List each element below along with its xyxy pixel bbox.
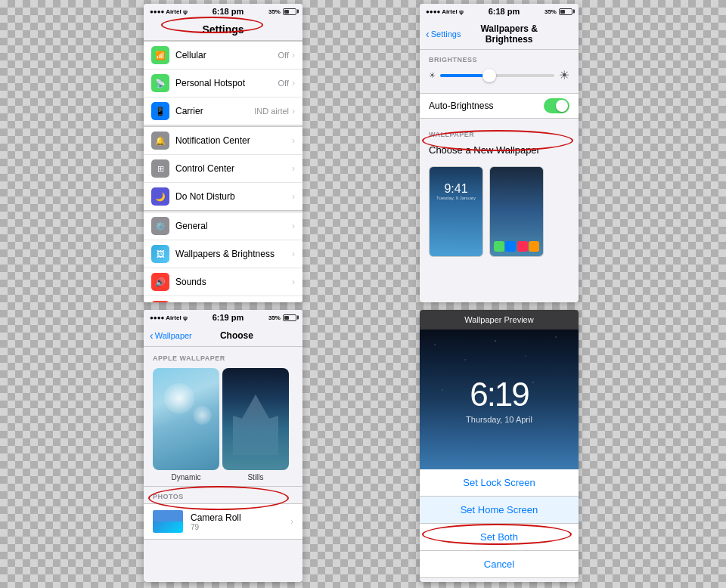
settings-title-text: Settings — [202, 23, 244, 36]
cancel-label: Cancel — [484, 559, 514, 570]
general-icon: ⚙️ — [151, 217, 169, 235]
chevron-control: › — [292, 163, 295, 174]
status-bar-3: ●●●● Airtel ψ 6:19 pm 35% — [144, 310, 302, 325]
wallpaper-icon: 🖼 — [151, 245, 169, 263]
battery-icon-3 — [283, 314, 296, 321]
wallpaper-previews: 9:41 Tuesday, 9 January — [420, 160, 579, 263]
wallpaper-choose-screen: ●●●● Airtel ψ 6:19 pm 35% ‹ Wallpaper Ch… — [144, 310, 302, 582]
lock-screen-preview[interactable]: 9:41 Tuesday, 9 January — [429, 166, 483, 257]
sounds-row[interactable]: 🔊 Sounds › — [144, 268, 302, 296]
camera-roll-info: Camera Roll 79 — [191, 512, 290, 531]
back-chevron-2: ‹ — [150, 330, 154, 342]
auto-brightness-label: Auto-Brightness — [429, 101, 544, 111]
stills-cell[interactable]: Stills — [222, 368, 289, 481]
brightness-section: BRIGHTNESS ☀ ☀ — [420, 50, 579, 93]
camera-roll-name: Camera Roll — [191, 512, 290, 523]
carrier-value: IND airtel — [254, 107, 289, 116]
set-both-label: Set Both — [480, 531, 518, 543]
lock-preview-date: Tuesday, 9 January — [436, 196, 476, 200]
carrier-1: ●●●● Airtel ψ — [150, 8, 188, 15]
photos-header: PHOTOS — [144, 486, 302, 503]
brightness-thumb[interactable] — [482, 69, 496, 82]
chevron-camera-roll: › — [290, 516, 293, 527]
wallpapers-brightness-screen: ●●●● Airtel ψ 6:18 pm 35% ‹ Settings Wal… — [420, 4, 579, 302]
battery-icon-2 — [559, 8, 572, 15]
dynamic-label: Dynamic — [172, 473, 201, 481]
chevron-carrier: › — [292, 106, 295, 116]
general-row[interactable]: ⚙️ General › — [144, 212, 302, 240]
carrier-2: ●●●● Airtel ψ — [426, 8, 464, 15]
action-buttons: Set Lock Screen Set Home Screen Set Both… — [420, 469, 579, 578]
chevron-general: › — [292, 221, 295, 231]
preview-header-text: Wallpaper Preview — [420, 310, 579, 330]
auto-brightness-row[interactable]: Auto-Brightness — [420, 93, 579, 119]
cellular-row[interactable]: 📶 Cellular Off › — [144, 42, 302, 70]
settings-title: Settings — [144, 19, 302, 41]
choose-wallpaper-button[interactable]: Choose a New Wallpaper — [429, 143, 569, 157]
touchid-row[interactable]: 👆 Touch ID & Passcode › — [144, 296, 302, 302]
dnd-row[interactable]: 🌙 Do Not Disturb › — [144, 183, 302, 210]
back-label-2: Wallpaper — [155, 331, 192, 340]
wallpaper-section: WALLPAPER Choose a New Wallpaper — [420, 119, 579, 160]
notification-section: 🔔 Notification Center › ⊞ Control Center… — [144, 126, 302, 211]
time-3: 6:19 pm — [213, 313, 244, 322]
dnd-icon: 🌙 — [151, 187, 169, 206]
set-both-button[interactable]: Set Both — [420, 524, 579, 551]
hotspot-row[interactable]: 📡 Personal Hotspot Off › — [144, 70, 302, 97]
time-1: 6:18 pm — [213, 7, 244, 16]
general-label: General — [175, 221, 292, 231]
status-bar-2: ●●●● Airtel ψ 6:18 pm 35% — [420, 4, 579, 19]
control-row[interactable]: ⊞ Control Center › — [144, 155, 302, 183]
chevron-sounds: › — [292, 277, 295, 287]
control-icon: ⊞ — [151, 159, 169, 178]
set-lock-screen-button[interactable]: Set Lock Screen — [420, 469, 579, 497]
stars-bg — [420, 330, 579, 469]
set-home-screen-button[interactable]: Set Home Screen — [420, 497, 579, 524]
auto-brightness-toggle[interactable] — [544, 98, 569, 113]
notification-row[interactable]: 🔔 Notification Center › — [144, 127, 302, 155]
chevron-cellular: › — [292, 50, 295, 60]
sun-large-icon: ☀ — [559, 68, 569, 82]
choose-nav: ‹ Wallpaper Choose — [144, 325, 302, 347]
time-2: 6:18 pm — [489, 7, 520, 16]
wallpaper-brightness-row[interactable]: 🖼 Wallpapers & Brightness › — [144, 240, 302, 268]
cellular-label: Cellular — [175, 50, 278, 60]
wallpaper-preview-bg: 6:19 Thursday, 10 April — [420, 330, 579, 469]
chevron-notification: › — [292, 135, 295, 146]
battery-pct-2: 35% — [544, 8, 557, 15]
battery-area-1: 35% — [268, 8, 296, 15]
battery-area-3: 35% — [268, 314, 296, 321]
apple-wallpaper-header: APPLE WALLPAPER — [144, 347, 302, 365]
stills-label: Stills — [247, 473, 263, 481]
sounds-label: Sounds — [175, 277, 292, 287]
dynamic-cell[interactable]: Dynamic — [153, 368, 219, 481]
cancel-button[interactable]: Cancel — [420, 551, 579, 578]
carrier-row[interactable]: 📱 Carrier IND airtel › — [144, 97, 302, 125]
back-button-2[interactable]: ‹ Wallpaper — [150, 330, 192, 342]
carrier-3: ●●●● Airtel ψ — [150, 314, 188, 321]
home-screen-preview[interactable] — [489, 166, 544, 257]
notification-label: Notification Center — [175, 135, 292, 146]
hotspot-value: Off — [278, 79, 289, 88]
brightness-slider[interactable] — [440, 74, 554, 77]
dynamic-wallpaper-img — [153, 368, 219, 470]
camera-roll-row[interactable]: Camera Roll 79 › — [144, 503, 302, 540]
wallpaper-grid: Dynamic Stills — [144, 365, 302, 486]
battery-pct-3: 35% — [268, 314, 281, 321]
set-lock-label: Set Lock Screen — [463, 477, 535, 488]
battery-area-2: 35% — [544, 8, 572, 15]
carrier-label: Carrier — [175, 106, 254, 116]
camera-roll-thumb — [153, 510, 183, 533]
camera-roll-count: 79 — [191, 523, 290, 531]
choose-screen-title: Choose — [192, 330, 281, 341]
wallpaper-label: Wallpapers & Brightness — [175, 249, 292, 259]
cellular-icon: 📶 — [151, 46, 169, 64]
chevron-wallpaper: › — [292, 249, 295, 259]
hotspot-icon: 📡 — [151, 74, 169, 92]
settings-screen: ●●●● Airtel ψ 6:18 pm 35% Settings 📶 Cel… — [144, 4, 302, 302]
back-chevron: ‹ — [426, 28, 430, 40]
sun-small-icon: ☀ — [429, 71, 436, 79]
back-button[interactable]: ‹ Settings — [426, 28, 461, 40]
general-section: ⚙️ General › 🖼 Wallpapers & Brightness ›… — [144, 212, 302, 302]
battery-icon-1 — [283, 8, 296, 15]
